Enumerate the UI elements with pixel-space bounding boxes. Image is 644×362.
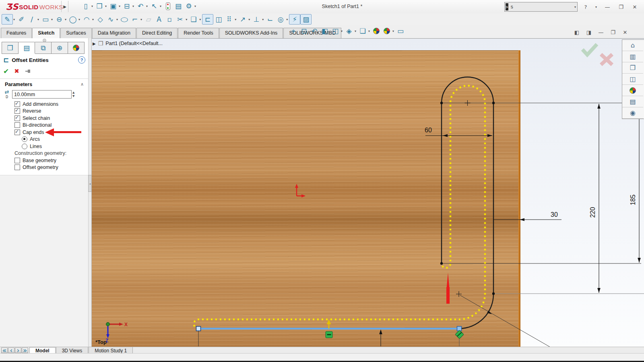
offset-distance-input[interactable] bbox=[12, 90, 72, 99]
last-tab-button[interactable]: » bbox=[22, 348, 28, 353]
propertymanager-button[interactable]: ▤ bbox=[19, 42, 35, 54]
file-properties-button[interactable]: ▤ bbox=[173, 1, 184, 11]
exit-sketch-dropdown[interactable]: ▾ bbox=[13, 18, 15, 21]
tab-data-migration[interactable]: Data Migration bbox=[92, 28, 136, 38]
doc-minimize-button[interactable]: — bbox=[596, 27, 606, 37]
featuremanager-design-tree-button[interactable]: ❒ bbox=[2, 42, 19, 54]
vertex-dot[interactable] bbox=[492, 102, 495, 104]
vertex-dot[interactable] bbox=[440, 262, 443, 265]
move-entities-button[interactable]: ↗ bbox=[237, 14, 248, 24]
search-dropdown-icon[interactable]: ▾ bbox=[574, 5, 576, 9]
pin-icon[interactable] bbox=[25, 68, 31, 74]
file-explorer-button[interactable]: ❐ bbox=[622, 62, 643, 74]
select-dropdown[interactable]: ▾ bbox=[160, 4, 161, 8]
text-button[interactable]: A bbox=[154, 14, 164, 24]
view-orientation-dropdown[interactable]: ▾ bbox=[341, 29, 343, 33]
convert-entities-button[interactable]: ❑ bbox=[188, 14, 199, 24]
checkbox-select-chain[interactable]: Select chain bbox=[0, 115, 88, 122]
parameters-group[interactable]: Parameters ∧ bbox=[5, 82, 84, 87]
tangent-relation-badge[interactable] bbox=[455, 330, 464, 339]
view-orientation-button[interactable]: ◰ bbox=[330, 26, 341, 36]
radio-arcs[interactable]: Arcs bbox=[0, 136, 88, 143]
linear-sketch-pattern-button[interactable]: ⠿ bbox=[224, 14, 234, 24]
polygon-button[interactable]: ◇ bbox=[95, 14, 105, 24]
zoom-to-area-button[interactable]: ⊡ bbox=[299, 26, 309, 36]
tab-features[interactable]: Features bbox=[1, 28, 32, 38]
display-style-button[interactable]: ◈ bbox=[344, 26, 354, 36]
dimension-30[interactable]: 30 bbox=[493, 211, 561, 221]
doc-restore-button[interactable]: ❐ bbox=[608, 27, 618, 37]
offset-entities-button[interactable]: ⊏ bbox=[202, 14, 213, 25]
spline-button[interactable]: ∿ bbox=[105, 14, 116, 24]
tab-model[interactable]: Model bbox=[29, 347, 56, 354]
sketch-endpoint-left[interactable] bbox=[196, 327, 201, 331]
configuration-manager-button[interactable]: ⧉ bbox=[35, 42, 52, 54]
first-tab-button[interactable]: « bbox=[1, 348, 8, 353]
print-button[interactable]: ⊟ bbox=[122, 1, 132, 11]
vertex-dot[interactable] bbox=[492, 292, 495, 295]
radio-lines[interactable]: Lines bbox=[0, 143, 88, 150]
panel-splitter[interactable] bbox=[88, 38, 92, 347]
design-library-button[interactable]: ▥ bbox=[622, 51, 643, 62]
hide-show-items-button[interactable]: ❏ bbox=[357, 26, 368, 36]
tab-sketch[interactable]: Sketch bbox=[32, 28, 60, 38]
circle-dropdown[interactable]: ▾ bbox=[78, 18, 80, 21]
minimize-button[interactable]: — bbox=[603, 2, 612, 12]
quick-snaps-dropdown[interactable]: ▾ bbox=[286, 18, 288, 21]
quick-snaps-button[interactable]: ◎ bbox=[275, 14, 286, 24]
open-document-button[interactable]: ❒ bbox=[94, 1, 105, 11]
close-button[interactable]: ✕ bbox=[630, 2, 639, 12]
home-button[interactable]: ⌂ bbox=[622, 40, 643, 51]
panel-splitter-handle[interactable]: ◂ bbox=[88, 175, 92, 192]
dimension-60[interactable]: 60 bbox=[425, 127, 492, 137]
smart-dimension-button[interactable]: ✐ bbox=[16, 14, 27, 24]
plane-button[interactable]: ▱ bbox=[143, 14, 154, 24]
save-dropdown[interactable]: ▾ bbox=[119, 4, 120, 8]
dimension-185[interactable]: 185 bbox=[630, 104, 641, 263]
tree-expand-icon[interactable]: ▶ bbox=[93, 41, 96, 46]
corner-rectangle-button[interactable]: ▭ bbox=[40, 14, 51, 24]
sketch-fillet-dropdown[interactable]: ▾ bbox=[140, 18, 142, 21]
view-palette-button[interactable]: ◫ bbox=[622, 74, 643, 85]
checkbox-offset-geometry[interactable]: Offset geometry bbox=[0, 164, 88, 171]
collapse-chevron-icon[interactable]: ∧ bbox=[80, 82, 84, 87]
tab-motion-study-1[interactable]: Motion Study 1 bbox=[89, 347, 133, 354]
horizontal-relation-badge[interactable] bbox=[326, 331, 332, 338]
display-delete-relations-dropdown[interactable]: ▾ bbox=[262, 18, 264, 21]
solidworks-resources-button[interactable]: ◉ bbox=[622, 107, 643, 119]
save-button[interactable]: ▣ bbox=[108, 1, 118, 11]
line-dropdown[interactable]: ▾ bbox=[37, 18, 39, 21]
restore-button[interactable]: ❐ bbox=[617, 2, 625, 12]
pane-right-button[interactable]: ◨ bbox=[584, 27, 594, 37]
distance-spinner[interactable]: ▲▼ bbox=[72, 91, 74, 98]
ok-icon[interactable]: ✔ bbox=[3, 67, 9, 75]
help-button[interactable]: ? bbox=[581, 2, 590, 12]
edit-appearance-button[interactable] bbox=[371, 26, 382, 36]
trim-entities-button[interactable]: ✂ bbox=[175, 14, 185, 24]
tab-surfaces[interactable]: Surfaces bbox=[60, 28, 91, 38]
radius-leader-line[interactable] bbox=[460, 295, 559, 347]
trim-entities-dropdown[interactable]: ▾ bbox=[186, 18, 187, 21]
checkbox-base-geometry[interactable]: Base geometry bbox=[0, 157, 88, 164]
apply-scene-button[interactable] bbox=[382, 26, 392, 36]
prev-tab-button[interactable]: ‹ bbox=[8, 348, 14, 353]
tab-solidworks-addins[interactable]: SOLIDWORKS Add-Ins bbox=[219, 28, 283, 38]
corner-rectangle-dropdown[interactable]: ▾ bbox=[51, 18, 53, 21]
help-dropdown[interactable]: ▾ bbox=[595, 5, 597, 9]
undo-button[interactable]: ↶ bbox=[135, 1, 146, 11]
view-settings-button[interactable]: ▭ bbox=[395, 26, 406, 36]
displaymanager-button[interactable] bbox=[68, 42, 85, 54]
centerpoint-arc-dropdown[interactable]: ▾ bbox=[92, 18, 94, 21]
cancel-icon[interactable]: ✖ bbox=[14, 68, 19, 75]
convert-entities-dropdown[interactable]: ▾ bbox=[199, 18, 201, 21]
centerpoint-arc-button[interactable]: ◠ bbox=[81, 14, 92, 24]
checkbox-add-dimensions[interactable]: Add dimensions bbox=[0, 101, 88, 108]
appearances-scenes-button[interactable] bbox=[622, 85, 643, 96]
display-delete-relations-button[interactable]: ⊥ bbox=[251, 14, 262, 24]
options-dropdown[interactable]: ▾ bbox=[194, 4, 196, 8]
ellipse-button[interactable]: ◯ bbox=[119, 14, 130, 24]
checkbox-reverse[interactable]: Reverse bbox=[0, 108, 88, 115]
straight-slot-button[interactable]: ⊖ bbox=[54, 14, 64, 24]
section-view-button[interactable]: ◧ bbox=[320, 26, 330, 36]
checkbox-bi-directional[interactable]: Bi-directional bbox=[0, 122, 88, 129]
